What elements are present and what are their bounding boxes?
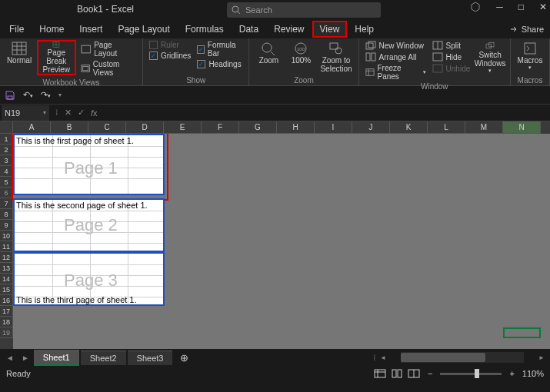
zoom-button[interactable]: Zoom xyxy=(254,40,283,75)
row-header[interactable]: 3 xyxy=(0,155,13,166)
col-header[interactable]: M xyxy=(465,121,503,134)
col-header[interactable]: J xyxy=(352,121,390,134)
formula-bar: N19 ▾ ⁞ ✕ ✓ fx xyxy=(0,105,550,121)
namebox-dropdown-icon[interactable]: ▾ xyxy=(43,109,46,116)
zoom-out-button[interactable]: − xyxy=(428,369,432,378)
row-header[interactable]: 16 xyxy=(0,295,13,306)
zoom-100-button[interactable]: 100 100% xyxy=(286,40,315,75)
row-header[interactable]: 5 xyxy=(0,177,13,188)
row-header[interactable]: 14 xyxy=(0,274,13,284)
switch-windows-button[interactable]: Switch Windows▾ xyxy=(475,40,505,75)
row-header[interactable]: 2 xyxy=(0,145,13,155)
undo-button[interactable]: ↶▾ xyxy=(23,90,33,100)
search-box[interactable]: Search xyxy=(227,2,381,18)
row-header[interactable]: 17 xyxy=(0,306,13,317)
name-box[interactable]: N19 ▾ xyxy=(2,105,49,121)
zoom-slider-thumb[interactable] xyxy=(475,369,479,378)
row-header[interactable]: 7 xyxy=(0,198,13,209)
headings-checkbox[interactable]: ✓Headings xyxy=(195,59,244,69)
row-header[interactable]: 15 xyxy=(0,284,13,295)
tab-page-layout[interactable]: Page Layout xyxy=(110,21,177,38)
col-header[interactable]: A xyxy=(13,121,51,134)
tab-help[interactable]: Help xyxy=(347,21,382,38)
zoom-in-button[interactable]: + xyxy=(509,369,514,378)
tab-review[interactable]: Review xyxy=(266,21,312,38)
worksheet-grid: A B C D E F G H I J K L M N 1 2 3 4 5 6 … xyxy=(0,121,550,349)
tab-home[interactable]: Home xyxy=(32,21,72,38)
tab-insert[interactable]: Insert xyxy=(72,21,110,38)
share-button[interactable]: Share xyxy=(509,25,544,34)
col-header[interactable]: B xyxy=(51,121,88,134)
col-header[interactable]: I xyxy=(315,121,352,134)
hscroll-thumb[interactable] xyxy=(401,353,485,362)
tab-file[interactable]: File xyxy=(2,21,32,38)
sheet-tab-1[interactable]: Sheet1 xyxy=(34,350,79,366)
select-all-corner[interactable] xyxy=(0,121,13,134)
minimize-button[interactable]: ─ xyxy=(496,2,503,12)
zoom-slider[interactable] xyxy=(440,373,502,375)
svg-rect-29 xyxy=(433,65,442,72)
page-layout-statusbar-button[interactable] xyxy=(391,369,403,378)
svg-rect-34 xyxy=(375,370,385,377)
col-header[interactable]: H xyxy=(277,121,315,134)
tab-view[interactable]: View xyxy=(312,21,348,38)
row-header[interactable]: 11 xyxy=(0,241,13,252)
hide-button[interactable]: Hide xyxy=(431,51,472,62)
status-bar: Ready − + 110% xyxy=(0,366,550,381)
page-layout-button[interactable]: Page Layout xyxy=(79,40,138,58)
fx-button[interactable]: fx xyxy=(91,108,98,118)
sheet-tab-3[interactable]: Sheet3 xyxy=(128,350,173,365)
row-header[interactable]: 10 xyxy=(0,231,13,241)
arrange-all-button[interactable]: Arrange All xyxy=(364,51,428,62)
normal-view-statusbar-button[interactable] xyxy=(374,369,386,378)
col-header[interactable]: L xyxy=(428,121,465,134)
save-icon[interactable] xyxy=(5,90,15,101)
sheet-nav-next[interactable]: ► xyxy=(18,354,32,362)
row-header[interactable]: 12 xyxy=(0,252,13,263)
col-header[interactable]: N xyxy=(503,121,541,134)
col-header[interactable]: D xyxy=(126,121,164,134)
row-header[interactable]: 1 xyxy=(0,134,13,145)
row-header[interactable]: 13 xyxy=(0,263,13,274)
hscroll-left[interactable]: ◄ xyxy=(378,354,388,361)
normal-view-button[interactable]: Normal xyxy=(5,40,34,75)
page-break-preview-button[interactable]: Page Break Preview xyxy=(37,40,76,75)
page-break-statusbar-button[interactable] xyxy=(408,369,420,378)
col-header[interactable]: K xyxy=(390,121,428,134)
cells-area[interactable]: This is the first page of sheet 1. Page … xyxy=(13,134,550,349)
freeze-panes-button[interactable]: Freeze Panes▾ xyxy=(364,63,428,81)
zoom-to-selection-button[interactable]: Zoom to Selection xyxy=(318,40,353,75)
gridlines-checkbox[interactable]: ✓Gridlines xyxy=(148,51,192,61)
cancel-formula-button[interactable]: ✕ xyxy=(65,108,72,118)
page-3-text: This is the third page of sheet 1. xyxy=(16,295,137,304)
formula-bar-checkbox[interactable]: ✓Formula Bar xyxy=(195,40,244,58)
sheet-tab-2[interactable]: Sheet2 xyxy=(81,350,126,365)
col-header[interactable]: E xyxy=(164,121,202,134)
custom-views-button[interactable]: Custom Views xyxy=(79,59,138,78)
row-header[interactable]: 6 xyxy=(0,188,13,198)
col-header[interactable]: F xyxy=(202,121,239,134)
new-window-button[interactable]: New Window xyxy=(364,40,428,51)
maximize-button[interactable]: □ xyxy=(518,2,524,12)
row-header[interactable]: 19 xyxy=(0,327,13,338)
sheet-nav-prev[interactable]: ◄ xyxy=(3,354,17,362)
qat-customize[interactable]: ▾ xyxy=(58,91,62,98)
hscroll-track[interactable] xyxy=(401,352,524,363)
row-header[interactable]: 4 xyxy=(0,166,13,177)
macros-button[interactable]: Macros▾ xyxy=(515,40,545,75)
zoom-percentage[interactable]: 110% xyxy=(522,369,544,378)
ribbon: Normal Page Break Preview Page Layout Cu… xyxy=(0,38,550,86)
new-sheet-button[interactable]: ⊕ xyxy=(174,352,195,364)
row-header[interactable]: 9 xyxy=(0,220,13,231)
close-button[interactable]: ✕ xyxy=(539,2,547,12)
split-button[interactable]: Split xyxy=(431,40,472,51)
col-header[interactable]: G xyxy=(239,121,277,134)
row-header[interactable]: 18 xyxy=(0,317,13,327)
redo-button[interactable]: ↷▾ xyxy=(41,90,51,100)
col-header[interactable]: C xyxy=(88,121,126,134)
hscroll-right[interactable]: ► xyxy=(536,354,547,361)
tab-formulas[interactable]: Formulas xyxy=(178,21,232,38)
enter-formula-button[interactable]: ✓ xyxy=(78,108,85,118)
tab-data[interactable]: Data xyxy=(232,21,266,38)
row-header[interactable]: 8 xyxy=(0,209,13,220)
